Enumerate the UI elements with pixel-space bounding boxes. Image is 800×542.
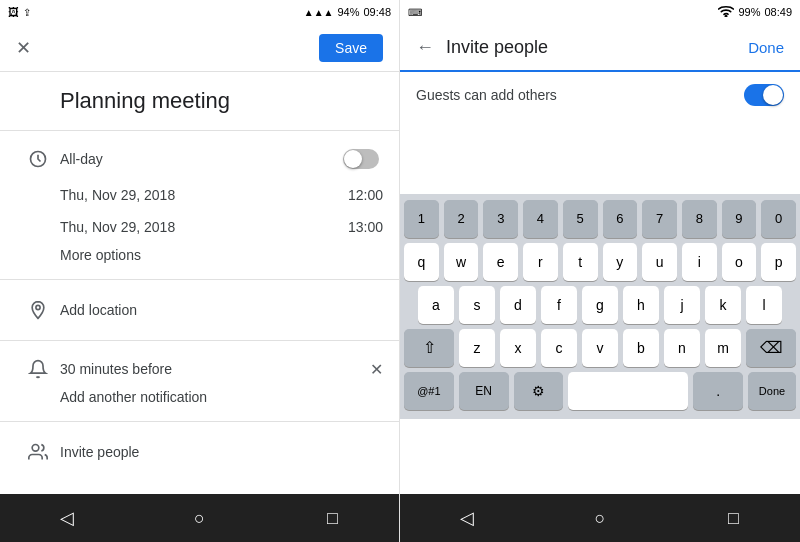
back-nav-button-right[interactable]: ◁ [447,498,487,538]
status-left-icons: 🖼 ⇪ [8,6,31,18]
key-c[interactable]: c [541,329,577,367]
key-d[interactable]: d [500,286,536,324]
right-content: Guests can add others 1 2 3 4 5 6 7 8 9 … [400,72,800,542]
key-u[interactable]: u [642,243,677,281]
bottom-nav-right: ◁ ○ □ [400,494,800,542]
time-text-2: 13:00 [348,219,383,235]
key-1[interactable]: 1 [404,200,439,238]
key-y[interactable]: y [603,243,638,281]
key-g[interactable]: g [582,286,618,324]
invite-input[interactable] [446,37,736,58]
key-r[interactable]: r [523,243,558,281]
recents-nav-button-right[interactable]: □ [713,498,753,538]
date-row-2[interactable]: Thu, Nov 29, 2018 13:00 [60,211,383,243]
done-keyboard-key[interactable]: Done [748,372,796,410]
date-row-1[interactable]: Thu, Nov 29, 2018 12:00 [60,179,383,211]
people-icon [28,442,48,462]
key-o[interactable]: o [722,243,757,281]
period-key[interactable]: . [693,372,743,410]
remove-notification-icon[interactable]: ✕ [370,360,383,379]
svg-point-3 [726,16,727,17]
key-f[interactable]: f [541,286,577,324]
key-k[interactable]: k [705,286,741,324]
key-a[interactable]: a [418,286,454,324]
people-icon-area [16,442,60,462]
key-b[interactable]: b [623,329,659,367]
invite-people-text: Invite people [60,444,139,460]
location-pin-icon [28,300,48,320]
divider-4 [0,421,399,422]
key-t[interactable]: t [563,243,598,281]
backspace-key[interactable]: ⌫ [746,329,796,367]
key-n[interactable]: n [664,329,700,367]
location-section: Add location [0,288,399,332]
invite-row[interactable]: Invite people [16,430,383,474]
invite-header: ← Done [400,24,800,72]
space-key[interactable] [568,372,688,410]
camera-icon: 🖼 [8,6,19,18]
notification-text: 30 minutes before [60,361,172,377]
guests-toggle-row: Guests can add others [400,72,800,118]
time-display-left: 09:48 [363,6,391,18]
bell-icon [28,359,48,379]
key-w[interactable]: w [444,243,479,281]
done-button[interactable]: Done [748,39,784,56]
key-q[interactable]: q [404,243,439,281]
key-0[interactable]: 0 [761,200,796,238]
key-z[interactable]: z [459,329,495,367]
divider-2 [0,279,399,280]
guests-toggle[interactable] [744,84,784,106]
home-nav-button[interactable]: ○ [180,498,220,538]
status-right-icons: ▲▲▲ 94% 09:48 [304,6,391,18]
top-bar: ✕ Save [0,24,399,72]
add-notification[interactable]: Add another notification [16,389,383,413]
notif-content: 30 minutes before ✕ [60,360,383,379]
date-text-1: Thu, Nov 29, 2018 [60,187,175,203]
key-4[interactable]: 4 [523,200,558,238]
cast-icon: ⇪ [23,7,31,18]
key-9[interactable]: 9 [722,200,757,238]
keyboard-icon: ⌨ [408,7,422,18]
recents-nav-button[interactable]: □ [313,498,353,538]
more-options[interactable]: More options [16,243,383,271]
save-button[interactable]: Save [319,34,383,62]
divider-1 [0,130,399,131]
key-s[interactable]: s [459,286,495,324]
key-m[interactable]: m [705,329,741,367]
key-8[interactable]: 8 [682,200,717,238]
signal-icon: ▲▲▲ [304,7,334,18]
right-panel: ⌨ 99% 08:49 ← Done Guests can add others [400,0,800,542]
form-section: All-day Thu, Nov 29, 2018 12:00 Thu, Nov… [0,139,399,271]
key-7[interactable]: 7 [642,200,677,238]
key-l[interactable]: l [746,286,782,324]
back-nav-button[interactable]: ◁ [47,498,87,538]
symbols-key[interactable]: @#1 [404,372,454,410]
key-p[interactable]: p [761,243,796,281]
time-text-1: 12:00 [348,187,383,203]
key-h[interactable]: h [623,286,659,324]
allday-toggle[interactable] [343,149,379,169]
back-arrow-icon[interactable]: ← [416,37,434,58]
keyboard-row-bottom: @#1 EN ⚙ . Done [404,372,796,410]
clock-icon-area [16,149,60,169]
key-5[interactable]: 5 [563,200,598,238]
key-3[interactable]: 3 [483,200,518,238]
shift-key[interactable]: ⇧ [404,329,454,367]
key-v[interactable]: v [582,329,618,367]
key-e[interactable]: e [483,243,518,281]
lang-key[interactable]: EN [459,372,509,410]
status-bar-right: ⌨ 99% 08:49 [400,0,800,24]
key-j[interactable]: j [664,286,700,324]
divider-3 [0,340,399,341]
location-row[interactable]: Add location [16,288,383,332]
event-title[interactable]: Planning meeting [0,72,399,122]
key-2[interactable]: 2 [444,200,479,238]
key-x[interactable]: x [500,329,536,367]
guests-can-add-label: Guests can add others [416,87,557,103]
close-icon[interactable]: ✕ [16,37,31,59]
settings-key[interactable]: ⚙ [514,372,564,410]
home-nav-button-right[interactable]: ○ [580,498,620,538]
key-i[interactable]: i [682,243,717,281]
key-6[interactable]: 6 [603,200,638,238]
guests-toggle-thumb [763,85,783,105]
